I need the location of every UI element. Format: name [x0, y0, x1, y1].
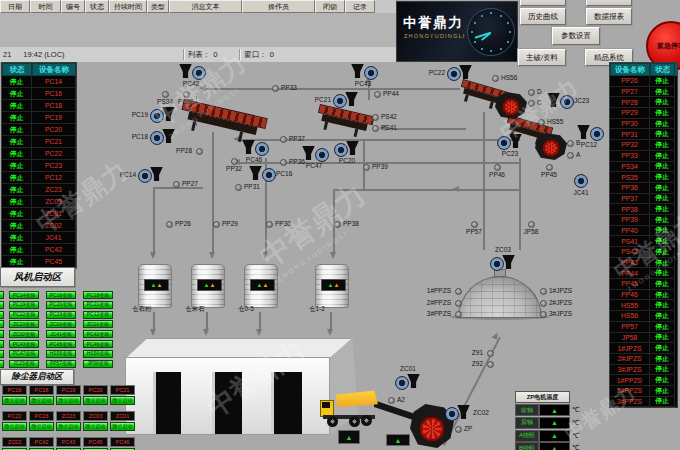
fan-start-button[interactable]: PP57变频 — [46, 360, 76, 368]
fan-start-button[interactable]: PC46变频 — [83, 340, 113, 348]
fan-start-button[interactable]: JC41变频 — [46, 330, 76, 338]
dust-start-button[interactable]: 除尘启动 — [83, 396, 108, 405]
alarm-column-4[interactable]: 状态 — [85, 0, 109, 13]
device-name: PP33 — [610, 151, 650, 162]
device-pc16[interactable]: PC16 — [248, 166, 274, 181]
junction-label: ZP — [464, 426, 472, 433]
fan-button-partial[interactable] — [0, 330, 4, 338]
crusher[interactable] — [495, 92, 527, 119]
brand-panel: 中誉鼎力 ZHONGYUDINGLI — [396, 1, 518, 62]
temp-unit: ℃ — [572, 406, 580, 414]
alarm-column-10[interactable]: 记录 — [345, 0, 375, 13]
device-zc03[interactable]: ZC03 — [490, 255, 516, 270]
alarm-column-5[interactable]: 持续时间 — [109, 0, 147, 13]
fan-start-button[interactable]: HS55变频 — [46, 350, 76, 358]
crusher[interactable] — [535, 133, 567, 160]
device-zc02[interactable]: ZC02 — [445, 405, 471, 420]
silo-2[interactable]: ▲▲ — [191, 264, 225, 308]
alarm-column-9[interactable]: 闭锁 — [315, 0, 345, 13]
silo-4[interactable]: ▲▲ — [315, 264, 349, 308]
dust-start-button[interactable]: 除尘启动 — [2, 396, 27, 405]
nav-button-parameter-settings[interactable]: 参数设置 — [552, 27, 600, 45]
alarm-column-3[interactable]: 编号 — [61, 0, 85, 13]
fan-start-button[interactable]: PC43变频 — [9, 340, 39, 348]
clock-tick — [500, 15, 502, 17]
fan-start-button[interactable]: PC45变频 — [46, 340, 76, 348]
fan-start-button[interactable]: PC42变频 — [83, 330, 113, 338]
silo-3[interactable]: ▲▲ — [244, 264, 278, 308]
dust-start-button[interactable]: 除尘启动 — [56, 396, 81, 405]
fan-start-button[interactable]: PC47变频 — [9, 350, 39, 358]
junction-dot-icon — [540, 311, 547, 318]
fan-button-partial[interactable] — [0, 301, 4, 309]
fan-start-button[interactable]: PC23变频 — [46, 311, 76, 319]
fan-start-button[interactable]: PC19变频 — [9, 301, 39, 309]
junction-label: D — [537, 89, 542, 96]
nav-button-history-curve[interactable]: 历史曲线 — [520, 8, 566, 25]
fan-button-partial[interactable] — [0, 320, 4, 328]
vibrating-screen[interactable] — [314, 104, 374, 142]
alarm-column-1[interactable]: 日期 — [0, 0, 30, 13]
dust-start-button[interactable]: 除尘启动 — [56, 422, 81, 431]
dust-start-button[interactable]: 除尘启动 — [110, 422, 135, 431]
device-status: 停止 — [650, 354, 675, 365]
fan-start-button[interactable]: HS56变频 — [83, 350, 113, 358]
device-jc23[interactable]: JC23 — [546, 93, 572, 108]
fan-button-partial[interactable] — [0, 360, 4, 368]
alarm-column-7[interactable]: 消息文本 — [169, 0, 242, 13]
fan-button-partial[interactable] — [0, 350, 4, 358]
alarm-column-6[interactable]: 类型 — [147, 0, 169, 13]
device-name: 2#JPZS — [610, 354, 650, 365]
fan-start-button[interactable]: PC22变频 — [9, 311, 39, 319]
fan-start-button[interactable]: PC12变频 — [83, 311, 113, 319]
alarm-message-area[interactable] — [0, 13, 396, 48]
fan-button-partial[interactable] — [0, 311, 4, 319]
dust-start-button[interactable]: 除尘启动 — [29, 422, 54, 431]
device-pc20[interactable]: PC20 — [334, 141, 360, 156]
table-row: 停止ZC03 — [2, 196, 76, 208]
dome-stockpile[interactable] — [458, 276, 542, 318]
device-name: PP46 — [610, 290, 650, 301]
nav-button-partial[interactable] — [586, 0, 632, 6]
fan-start-button[interactable]: PC14变频 — [9, 291, 39, 299]
nav-button-partial[interactable] — [520, 0, 566, 6]
device-jc41[interactable]: JC41 — [568, 173, 594, 188]
nav-button-data-report[interactable]: 数据报表 — [586, 8, 632, 25]
fan-start-button[interactable]: ZC23变频 — [9, 320, 39, 328]
device-pc42[interactable]: PC42 — [178, 64, 204, 79]
alarm-column-8[interactable]: 操作员 — [242, 0, 315, 13]
dust-start-button[interactable]: 除尘启动 — [2, 422, 27, 431]
device-name: PP26 — [610, 76, 650, 87]
fan-button-partial[interactable] — [0, 291, 4, 299]
fan-start-button[interactable]: ZC02变频 — [9, 330, 39, 338]
fan-start-button[interactable]: PC20变频 — [46, 301, 76, 309]
fan-start-button[interactable]: ZC01变频 — [83, 320, 113, 328]
device-pc46[interactable]: PC46 — [241, 140, 267, 155]
device-pc12[interactable]: PC12 — [576, 125, 602, 140]
dust-start-button[interactable]: 除尘启动 — [110, 396, 135, 405]
nav-button-main-feed[interactable]: 主破/资料 — [518, 49, 566, 66]
device-pc22[interactable]: PC22 — [447, 65, 473, 80]
silo-1[interactable]: ▲▲ — [138, 264, 172, 308]
device-pc43[interactable]: PC43 — [350, 64, 376, 79]
dust-start-button[interactable]: 除尘启动 — [29, 396, 54, 405]
fan-start-button[interactable]: PC18变频 — [83, 291, 113, 299]
device-pc19[interactable]: PC19 — [150, 107, 176, 122]
device-zc01[interactable]: ZC01 — [395, 374, 421, 389]
alarm-column-2[interactable]: 时间 — [30, 0, 61, 13]
device-name: PP36 — [610, 183, 650, 194]
device-pc23[interactable]: PC23 — [497, 134, 523, 149]
junction-dot-icon — [266, 221, 273, 228]
fan-start-button[interactable]: JP58变频 — [83, 360, 113, 368]
fan-start-button[interactable]: JC23变频 — [9, 360, 39, 368]
fan-icon — [262, 168, 276, 182]
device-pc21[interactable]: PC21 — [333, 92, 359, 107]
fan-start-button[interactable]: ZC03变频 — [46, 320, 76, 328]
incline-conveyor[interactable] — [374, 398, 416, 426]
device-pc14[interactable]: PC14 — [138, 167, 164, 182]
device-pc18[interactable]: PC18 — [150, 129, 176, 144]
fan-start-button[interactable]: PC21变频 — [83, 301, 113, 309]
dust-start-button[interactable]: 除尘启动 — [83, 422, 108, 431]
fan-start-button[interactable]: PC16变频 — [46, 291, 76, 299]
fan-button-partial[interactable] — [0, 340, 4, 348]
